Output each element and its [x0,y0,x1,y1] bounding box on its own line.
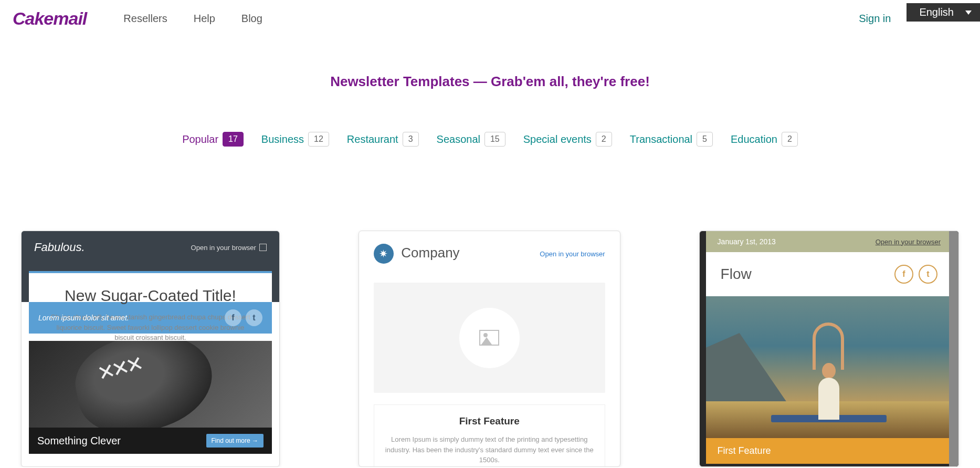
tab-label: Education [731,133,777,145]
company-logo-icon: ✷ [374,244,394,264]
yoga-person-graphic [805,325,852,420]
fab-image: ✕✕✕ [29,341,272,428]
nav-blog[interactable]: Blog [241,13,262,25]
tab-transactional[interactable]: Transactional 5 [630,132,713,147]
company-header: ✷ Company Open in your browser [374,244,605,264]
tab-label: Transactional [630,133,692,145]
tab-special-events[interactable]: Special events 2 [523,132,612,147]
tab-count: 2 [782,132,798,147]
template-card-fabulous[interactable]: Fabulous. Open in your browser New Sugar… [21,231,280,467]
hero-title: Newsletter Templates — Grab'em all, they… [0,74,980,90]
signin-link[interactable]: Sign in [859,13,891,25]
tab-count: 17 [223,132,244,147]
tab-label: Popular [182,133,218,145]
tab-business[interactable]: Business 12 [261,132,329,147]
feature-title: First Feature [385,415,594,427]
external-icon [259,244,267,251]
fab-clever: Something Clever [37,435,121,447]
company-name: Company [401,245,459,261]
facebook-icon: f [225,309,241,326]
twitter-icon: t [246,309,262,326]
find-out-button: Find out more → [206,434,264,448]
flow-feature-bar: First Feature [706,438,952,464]
feature-text: Lorem Ipsum is simply dummy text of the … [385,434,594,465]
twitter-icon: t [919,265,937,284]
open-browser-link: Open in your browser [540,250,605,258]
flow-topbar: January 1st, 2013 Open in your browser [706,231,952,252]
flow-hero-image [706,296,952,438]
fab-footer: Something Clever Find out more → [29,428,272,454]
fab-social: f t [225,309,262,326]
template-card-company[interactable]: ✷ Company Open in your browser First Fea… [359,231,620,467]
top-nav: Resellers Help Blog [123,13,262,25]
flow-header: Flow f t [706,252,952,296]
nav-resellers[interactable]: Resellers [123,13,167,25]
tab-count: 12 [308,132,329,147]
fab-brand: Fabulous. [34,241,85,254]
tab-seasonal[interactable]: Seasonal 15 [437,132,505,147]
nav-help[interactable]: Help [194,13,215,25]
fab-header: Fabulous. Open in your browser New Sugar… [22,231,279,302]
fab-lorem: Lorem ipsum dolor sit amet. [38,314,129,322]
image-icon [479,330,499,346]
language-dropdown[interactable]: English [907,3,980,22]
tab-label: Special events [523,133,592,145]
company-brand: ✷ Company [374,244,460,264]
flow-title: Flow [721,266,752,283]
mountain-graphic [706,333,790,407]
tab-label: Restaurant [347,133,398,145]
tab-count: 5 [697,132,713,147]
tab-popular[interactable]: Popular 17 [182,132,244,147]
fab-bar: Fabulous. Open in your browser [22,231,279,264]
tab-count: 3 [403,132,419,147]
logo[interactable]: Cakemail [13,8,87,29]
tab-education[interactable]: Education 2 [731,132,798,147]
fab-headline: New Sugar-Coated Title! [48,287,253,305]
template-card-flow[interactable]: January 1st, 2013 Open in your browser F… [699,231,959,467]
tab-label: Seasonal [437,133,480,145]
tab-restaurant[interactable]: Restaurant 3 [347,132,419,147]
category-tabs: Popular 17 Business 12 Restaurant 3 Seas… [0,132,980,147]
hero: Newsletter Templates — Grab'em all, they… [0,74,980,90]
open-browser-link: Open in your browser [876,238,941,246]
header-right: Sign in English [859,0,980,25]
placeholder-circle [459,308,520,368]
facebook-icon: f [894,265,913,284]
company-feature: First Feature Lorem Ipsum is simply dumm… [374,404,605,467]
shoe-graphic [68,341,221,428]
tab-count: 2 [596,132,612,147]
template-grid: Fabulous. Open in your browser New Sugar… [0,231,980,467]
flow-social: f t [894,265,937,284]
flow-date: January 1st, 2013 [718,237,776,246]
header: Cakemail Resellers Help Blog Sign in Eng… [0,0,980,37]
scrollbar [949,231,958,466]
tab-label: Business [261,133,304,145]
open-browser-label: Open in your browser [191,244,256,252]
tab-count: 15 [484,132,505,147]
company-image-placeholder [374,283,605,393]
open-browser-link: Open in your browser [191,244,267,252]
